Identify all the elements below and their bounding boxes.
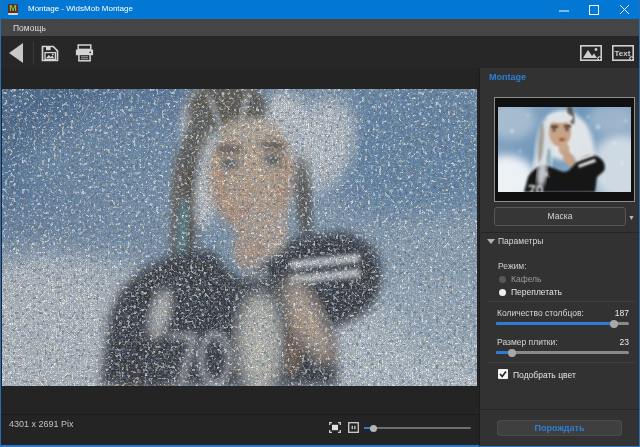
svg-text:Text: Text [615, 49, 631, 58]
svg-text:K: K [544, 170, 550, 179]
svg-text:70: 70 [528, 182, 544, 192]
